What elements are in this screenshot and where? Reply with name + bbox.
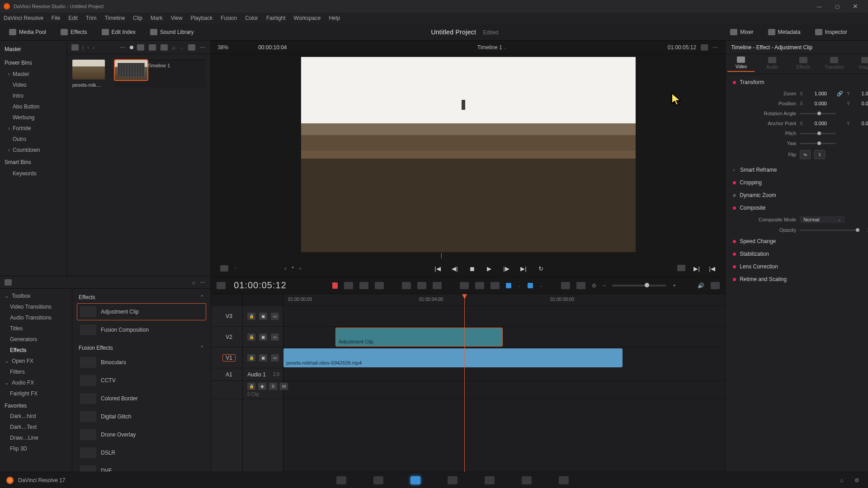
rotation-input[interactable]: 0.000 xyxy=(862,111,868,116)
menu-item[interactable]: File xyxy=(52,15,60,21)
collapse-icon[interactable]: ⌃ xyxy=(200,294,204,300)
bin-item[interactable]: Intro xyxy=(0,90,66,101)
enable-icon[interactable]: ▣ xyxy=(259,313,267,320)
options-icon[interactable]: ⋯ xyxy=(200,44,206,51)
search-icon[interactable]: ⌕ xyxy=(172,44,175,51)
pitch-input[interactable]: 0.000 xyxy=(862,131,868,136)
fx-tree-item[interactable]: Filters xyxy=(0,366,72,377)
trim-tool-icon[interactable] xyxy=(344,282,353,289)
enable-dot[interactable] xyxy=(733,265,736,268)
maximize-button[interactable]: ▢ xyxy=(828,0,846,13)
bin-item[interactable]: Video xyxy=(0,80,66,90)
yaw-input[interactable]: 0.000 xyxy=(862,141,868,146)
enable-dot[interactable] xyxy=(733,240,736,243)
section-stabilization[interactable]: Stabilization xyxy=(740,251,769,257)
rotation-slider[interactable] xyxy=(800,113,836,114)
timeline-ruler[interactable]: 01:00:00:00 01:00:04:00 01:00:08:00 xyxy=(283,294,725,306)
fx-tree-item[interactable]: Fairlight FX xyxy=(0,388,72,399)
flip-v-button[interactable]: ⥮ xyxy=(814,150,825,159)
zoom-slider[interactable] xyxy=(612,285,666,286)
anchor-x-input[interactable]: 0.000 xyxy=(808,121,833,126)
viewer-title[interactable]: Timeline 1 xyxy=(477,44,502,51)
track-label[interactable]: V1 xyxy=(222,354,236,361)
more-icon[interactable]: ⋯ xyxy=(120,44,126,51)
menu-item[interactable]: Playback xyxy=(190,15,212,21)
stop-button[interactable]: ◼ xyxy=(468,265,476,272)
enable-dot[interactable] xyxy=(733,81,736,84)
section-composite[interactable]: Composite xyxy=(740,205,765,211)
fx-section-header[interactable]: Effects xyxy=(79,294,95,300)
lock-icon[interactable]: 🔒 xyxy=(247,354,255,361)
viewer-options-icon[interactable]: ⋯ xyxy=(712,44,719,51)
link-icon[interactable] xyxy=(475,282,484,289)
last-frame-button[interactable]: ▶| xyxy=(519,265,528,272)
openfx-node[interactable]: Open FX xyxy=(0,356,72,366)
zoom-level[interactable]: 38% xyxy=(217,44,258,51)
lock-icon[interactable]: 🔒 xyxy=(247,333,255,341)
fx-item[interactable]: CCTV xyxy=(77,372,206,389)
anchor-y-input[interactable]: 0.000 xyxy=(855,121,868,126)
edit-index-toggle[interactable]: Edit Index xyxy=(97,27,140,37)
fairlight-page-button[interactable] xyxy=(522,476,532,484)
marker-icon[interactable] xyxy=(528,283,533,288)
inspector-tab-image[interactable]: Image xyxy=(852,57,868,71)
cut-page-button[interactable] xyxy=(373,476,383,484)
viewer-scrubber[interactable] xyxy=(301,253,636,260)
menu-item[interactable]: Edit xyxy=(68,15,78,21)
zoom-out-icon[interactable]: ⊖ xyxy=(592,282,596,289)
enable-icon[interactable]: ▣ xyxy=(259,354,267,361)
play-button[interactable]: ▶ xyxy=(485,265,493,272)
section-cropping[interactable]: Cropping xyxy=(740,179,762,186)
flag-icon[interactable] xyxy=(506,283,511,288)
media-pool-toggle[interactable]: Media Pool xyxy=(5,27,51,37)
fx-tree-item[interactable]: Video Transitions xyxy=(0,301,72,312)
nav-fwd-icon[interactable]: › xyxy=(93,44,94,51)
track-label[interactable]: V2 xyxy=(226,334,232,340)
media-clip[interactable]: pexels-mik… xyxy=(72,60,105,88)
loop-icon[interactable] xyxy=(701,44,708,51)
lock-icon[interactable]: 🔒 xyxy=(247,313,255,320)
volume-icon[interactable]: 🔊 xyxy=(698,282,704,289)
inspector-tab-audio[interactable]: Audio xyxy=(759,57,786,71)
zoom-y-input[interactable]: 1.000 xyxy=(855,91,868,96)
thumb-size-slider[interactable] xyxy=(130,46,133,49)
list-view-icon[interactable] xyxy=(160,44,168,51)
track-label[interactable]: V3 xyxy=(226,313,232,319)
adjustment-clip[interactable]: Adjustment Clip xyxy=(335,328,503,347)
menu-item[interactable]: Timeline xyxy=(104,15,125,21)
linked-selection-icon[interactable] xyxy=(576,282,585,289)
section-speed-change[interactable]: Speed Change xyxy=(740,238,776,244)
fx-tree-item[interactable]: Draw…Line xyxy=(0,432,72,443)
panel-icon[interactable] xyxy=(5,279,12,286)
options-icon[interactable]: ⋯ xyxy=(200,279,206,286)
pitch-slider[interactable] xyxy=(800,133,836,134)
menu-item[interactable]: Workspace xyxy=(294,15,321,21)
section-dynamic-zoom[interactable]: Dynamic Zoom xyxy=(740,192,776,198)
edit-page-button[interactable] xyxy=(410,476,420,484)
mixer-icon[interactable] xyxy=(711,282,720,289)
menu-item[interactable]: Fusion xyxy=(221,15,237,21)
razor-icon[interactable] xyxy=(460,282,469,289)
enable-dot[interactable] xyxy=(733,181,736,184)
effects-toggle[interactable]: Effects xyxy=(56,27,91,37)
section-transform[interactable]: Transform xyxy=(740,79,764,85)
menu-item[interactable]: Clip xyxy=(133,15,142,21)
arm-icon[interactable]: ◉ xyxy=(258,383,266,390)
bin-item[interactable]: Abo Button xyxy=(0,101,66,112)
loop-button[interactable]: ↻ xyxy=(537,265,545,272)
go-end-icon[interactable]: ▶| xyxy=(693,265,701,272)
enable-dot[interactable] xyxy=(733,206,736,210)
bin-item[interactable]: Werbung xyxy=(0,112,66,123)
yaw-slider[interactable] xyxy=(800,143,836,144)
solo-button[interactable]: S xyxy=(269,383,277,390)
first-frame-button[interactable]: |◀ xyxy=(434,265,442,272)
deliver-page-button[interactable] xyxy=(559,476,569,484)
audio-track-name[interactable]: Audio 1 xyxy=(247,371,266,378)
zoom-x-input[interactable]: 1.000 xyxy=(808,91,833,96)
playhead[interactable] xyxy=(464,294,465,472)
mixer-toggle[interactable]: Mixer xyxy=(726,27,758,37)
timeline-view-icon[interactable] xyxy=(217,282,226,289)
chevron-down-icon[interactable]: ⌄ xyxy=(234,265,237,272)
fx-item[interactable]: Colored Border xyxy=(77,390,206,407)
bin-item[interactable]: Fortnite xyxy=(0,123,66,134)
